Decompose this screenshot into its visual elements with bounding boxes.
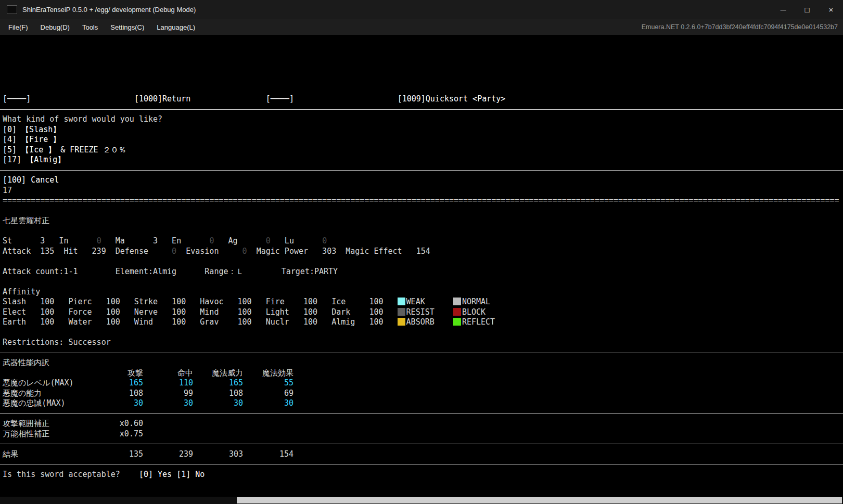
console-line: [100] Cancel — [0, 175, 843, 186]
console-text: Lu — [271, 236, 322, 245]
table-value: 魔法効果 — [236, 368, 293, 379]
console-text: NORMAL — [462, 297, 490, 306]
row-label: 万能相性補正 — [3, 429, 49, 438]
absorb-chip — [398, 318, 405, 326]
console-line: [17] 【Almig】 — [0, 155, 843, 165]
table-value: 303 — [186, 449, 243, 460]
console-line: Restrictions: Successor — [0, 338, 843, 348]
console-line: Attack 135 Hit 239 Defense 0 Evasion 0 M… — [0, 247, 843, 257]
console-text: REFLECT — [462, 317, 495, 327]
console-text: 0 — [242, 247, 247, 256]
console-text — [435, 307, 453, 317]
console-text: Slash 100 Pierc 100 Strke 100 Havoc 100 … — [3, 297, 398, 306]
console-text: WEAK — [406, 297, 425, 306]
console-line: 17 — [0, 186, 843, 196]
table-value: 30 — [86, 398, 143, 409]
console-text: Elect 100 Force 100 Nerve 100 Mind 100 L… — [3, 307, 398, 317]
console-line — [0, 277, 843, 287]
table-value: 命中 — [136, 368, 193, 379]
console-line: 攻撃範囲補正x0.60 — [0, 419, 843, 429]
table-value: 165 — [86, 378, 143, 389]
console-line: 万能相性補正x0.75 — [0, 429, 843, 440]
table-value: 30 — [236, 398, 293, 409]
no-button[interactable]: [1] No — [176, 470, 205, 479]
table-value: 30 — [136, 398, 193, 409]
sword-option-slash[interactable]: [0] 【Slash】 — [3, 125, 60, 134]
normal-chip — [453, 298, 461, 305]
console-line: St 3 In 0 Ma 3 En 0 Ag 0 Lu 0 — [0, 236, 843, 247]
console-line: 七星雲耀村正 — [0, 216, 843, 226]
quicksort-party-button[interactable]: [1009]Quicksort <Party> — [398, 94, 506, 104]
console-line — [0, 206, 843, 216]
console-text: St 3 In — [3, 236, 97, 245]
divider-line — [0, 413, 843, 414]
close-button[interactable]: × — [819, 0, 843, 19]
console-text: BLOCK — [462, 307, 486, 317]
console-text — [31, 94, 134, 104]
resist-chip — [398, 308, 405, 316]
weapon-properties: Attack count:1-1 Element:Almig Range：Ｌ T… — [3, 267, 338, 276]
console-line — [0, 328, 843, 338]
table-value: 135 — [86, 449, 143, 460]
menu-debug[interactable]: Debug(D) — [34, 19, 76, 35]
row-label: 悪魔の忠誠(MAX) — [3, 398, 66, 408]
console-line: What kind of sword would you like? — [0, 114, 843, 125]
table-value: 30 — [186, 398, 243, 409]
menu-tools[interactable]: Tools — [76, 19, 104, 35]
console-text: 0 — [266, 236, 271, 245]
console-line — [0, 105, 843, 115]
maximize-button[interactable]: □ — [795, 0, 819, 19]
cancel-button[interactable]: [100] Cancel — [3, 175, 59, 185]
table-value: 69 — [236, 389, 293, 399]
table-value: 108 — [86, 389, 143, 399]
console-line: [5] 【Ice 】 & FREEZE ２０％ — [0, 145, 843, 156]
console-text: RESIST — [406, 307, 435, 317]
console-line: Elect 100 Force 100 Nerve 100 Mind 100 L… — [0, 307, 843, 318]
horizontal-scrollbar[interactable] — [0, 497, 843, 504]
affinity-heading: Affinity — [3, 287, 40, 296]
divider-line — [0, 444, 843, 444]
scrollbar-thumb[interactable] — [237, 497, 842, 503]
reflect-chip — [453, 318, 461, 326]
console-line: 悪魔のレベル(MAX)16511016555 — [0, 378, 843, 389]
console-text: Evasion — [176, 247, 242, 256]
menubar: File(F)Debug(D)ToolsSettings(C)Language(… — [0, 19, 843, 35]
window-title: ShinEraTenseiP 0.5.0 + /egg/ development… — [22, 6, 196, 14]
sword-option-ice[interactable]: [5] 【Ice 】 & FREEZE ２０％ — [3, 145, 126, 154]
minimize-button[interactable]: ─ — [771, 0, 795, 19]
console-line — [0, 226, 843, 237]
menu-file[interactable]: File(F) — [2, 19, 34, 35]
console-line: Slash 100 Pierc 100 Strke 100 Havoc 100 … — [0, 297, 843, 307]
titlebar: ShinEraTenseiP 0.5.0 + /egg/ development… — [0, 0, 843, 19]
table-value: 110 — [136, 378, 193, 389]
yes-button[interactable]: [0] Yes — [139, 470, 172, 479]
nav-right-button[interactable]: [────] — [266, 94, 294, 104]
nav-left-button[interactable]: [────] — [3, 94, 31, 104]
table-value: x0.75 — [86, 429, 143, 440]
console-lines: [────] [1000]Return [────] [1009]Quickso… — [0, 94, 843, 480]
menu-language[interactable]: Language(L) — [150, 19, 201, 35]
performance-heading: 武器性能内訳 — [3, 358, 49, 367]
console-line: 結果135239303154 — [0, 449, 843, 460]
console-line — [0, 348, 843, 358]
sword-option-fire[interactable]: [4] 【Fire 】 — [3, 135, 60, 144]
console-text: 0 — [322, 236, 327, 245]
console-text: 0 — [172, 247, 176, 256]
console-text: ABSORB — [406, 317, 435, 327]
console-line: Attack count:1-1 Element:Almig Range：Ｌ T… — [0, 267, 843, 277]
app-icon — [7, 5, 17, 14]
app-window: ShinEraTenseiP 0.5.0 + /egg/ development… — [0, 0, 843, 504]
console-line: 武器性能内訳 — [0, 358, 843, 368]
row-label: 悪魔の能力 — [3, 389, 42, 398]
console-line: Is this sword acceptable? [0] Yes [1] No — [0, 470, 843, 480]
console-line: 悪魔の能力1089910869 — [0, 389, 843, 399]
weapon-name: 七星雲耀村正 — [3, 216, 49, 225]
divider-line — [0, 170, 843, 171]
console-text — [172, 470, 176, 479]
sword-option-almig[interactable]: [17] 【Almig】 — [3, 155, 65, 164]
menu-settings[interactable]: Settings(C) — [104, 19, 150, 35]
console-line — [0, 165, 843, 176]
return-button[interactable]: [1000]Return — [134, 94, 190, 104]
console-text — [435, 317, 453, 327]
menubar-items: File(F)Debug(D)ToolsSettings(C)Language(… — [0, 19, 201, 35]
